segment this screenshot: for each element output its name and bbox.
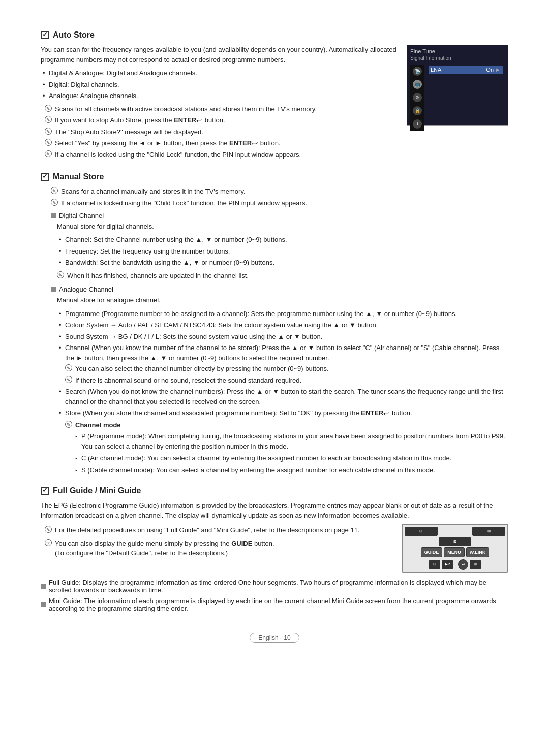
- note-icon: ✎: [65, 376, 72, 383]
- note-icon: ✎: [45, 105, 52, 112]
- list-item: Analogue: Analogue channels.: [41, 91, 396, 101]
- menu-content: LNA On ►: [426, 65, 505, 131]
- list-item: Bandwidth: Set the bandwidth using the ▲…: [57, 258, 508, 268]
- square-bullet-icon: [51, 213, 56, 218]
- menu-row-lna: LNA On ►: [429, 66, 503, 74]
- auto-store-text: You can scan for the frequency ranges av…: [41, 45, 396, 161]
- remote-btn-icon6: ⊞: [470, 560, 481, 569]
- note-icon: ✎: [65, 421, 72, 428]
- guide-text: ✎ For the detailed procedures on using "…: [41, 524, 391, 560]
- square-bullet-icon: [41, 602, 46, 607]
- arrow-icon: ►: [495, 67, 501, 73]
- channel-mode-label: Channel mode: [75, 420, 121, 430]
- full-guide-bullets: Full Guide: Displays the programme infor…: [41, 579, 508, 612]
- list-item: Programme (Programme number to be assign…: [57, 309, 508, 319]
- remote-menu-btn: MENU: [444, 547, 465, 557]
- manual-store-title: Manual Store: [41, 172, 508, 181]
- note-icon: ✎: [45, 526, 52, 533]
- manual-store-note-2: ✎ If a channel is locked using the "Chil…: [41, 198, 508, 208]
- spacer: [405, 537, 407, 546]
- auto-store-top: You can scan for the frequency ranges av…: [41, 45, 508, 161]
- digital-channel-note: ✎ When it has finished, channels are upd…: [41, 271, 508, 281]
- list-item: Colour System → Auto / PAL / SECAM / NTS…: [57, 320, 508, 330]
- sidebar-icons: 📡 📺 ⚙ 🔒 ℹ: [410, 65, 424, 131]
- list-item: Digital: Digital channels.: [41, 80, 396, 90]
- remote-btn-icon4: ⊡: [429, 560, 440, 569]
- menu-screenshot: Fine Tune Signal Information 📡 📺 ⚙ 🔒 ℹ L…: [407, 45, 508, 126]
- list-item: Sound System → BG / DK / I / L: Sets the…: [57, 332, 508, 342]
- remote-btn-icon5: ▶↵: [442, 560, 453, 569]
- auto-store-note-2: ✎ If you want to stop Auto Store, press …: [41, 115, 396, 125]
- checkbox-icon: [41, 31, 49, 39]
- square-bullet-icon: [51, 287, 56, 292]
- guide-note-text: You can also display the guide menu simp…: [55, 539, 274, 558]
- lna-value: On ►: [486, 67, 501, 73]
- full-guide-title: Full Guide / Mini Guide: [41, 486, 508, 495]
- remote-main-row: GUIDE MENU W.LINK: [405, 547, 505, 557]
- page-footer: English - 10: [41, 633, 508, 643]
- note-text: If you want to stop Auto Store, press th…: [55, 115, 225, 125]
- sidebar-icon-info: ℹ: [413, 119, 422, 129]
- manual-store-note-1: ✎ Scans for a channel manually and store…: [41, 186, 508, 197]
- auto-store-title: Auto Store: [41, 30, 508, 40]
- note-icon: ✎: [45, 150, 52, 158]
- checkbox-icon: [41, 173, 49, 181]
- note-icon: ✎: [57, 271, 64, 278]
- spacer: [439, 527, 441, 536]
- remote-control-image: ⊡ ⊞ ⊠ GUIDE MENU W.LINK ⊡ ▶↵ ↩ ⊞: [402, 524, 508, 573]
- auto-store-note-5: ✎ If a channel is locked using the "Chil…: [41, 150, 396, 160]
- menu-subtitle: Signal Information: [410, 55, 505, 62]
- square-bullet-icon: [41, 584, 46, 589]
- remote-round-btn: ↩: [458, 559, 468, 570]
- auto-store-note-1: ✎ Scans for all channels with active bro…: [41, 104, 396, 114]
- note-text: Select "Yes" by pressing the ◄ or ► butt…: [55, 138, 281, 148]
- digital-channel-desc: Manual store for digital channels.: [41, 222, 508, 232]
- sidebar-icon-channel: 📺: [413, 80, 422, 89]
- analogue-channel-heading: Analogue Channel: [41, 286, 508, 293]
- list-item: Store (When you store the channel and as…: [57, 408, 508, 475]
- channel-mode-item-p: P (Programme mode): When completing tuni…: [65, 431, 508, 451]
- sidebar-icon-settings: ⚙: [413, 93, 422, 102]
- channel-mode-item-c: C (Air channel mode): You can select a c…: [65, 453, 508, 463]
- channel-mode-note: ✎ Channel mode: [65, 420, 508, 430]
- guide-screenshot: ⊡ ⊞ ⊠ GUIDE MENU W.LINK ⊡ ▶↵ ↩ ⊞: [402, 524, 508, 573]
- list-item: Channel: Set the Channel number using th…: [57, 235, 508, 245]
- remote-top-row: ⊡ ⊞ ⊠: [405, 527, 505, 546]
- menu-sidebar: 📡 📺 ⚙ 🔒 ℹ LNA On ►: [410, 65, 505, 131]
- remote-wlink-btn: W.LINK: [466, 547, 490, 557]
- full-guide-note-2: ☞ You can also display the guide menu si…: [41, 539, 391, 558]
- checkbox-icon: [41, 487, 49, 495]
- sidebar-icon-lock: 🔒: [413, 106, 422, 115]
- full-guide-intro: The EPG (Electronic Programme Guide) inf…: [41, 500, 508, 521]
- list-item: Search (When you do not know the channel…: [57, 387, 508, 406]
- analogue-channel-desc: Manual store for analogue channel.: [41, 295, 508, 305]
- full-guide-section: Full Guide / Mini Guide The EPG (Electro…: [41, 486, 508, 612]
- list-item: Channel (When you know the number of the…: [57, 343, 508, 385]
- digital-channel-bullets: Channel: Set the Channel number using th…: [41, 235, 508, 268]
- note-icon: ✎: [45, 128, 52, 135]
- remote-guide-btn: GUIDE: [421, 547, 443, 557]
- auto-store-bullets: Digital & Analogue: Digital and Analogue…: [41, 68, 396, 101]
- list-item: Frequency: Set the frequency using the n…: [57, 246, 508, 257]
- full-guide-bullet: Full Guide: Displays the programme infor…: [41, 579, 508, 594]
- remote-btn-icon1: ⊡: [405, 527, 438, 536]
- note-icon: ✎: [65, 364, 72, 371]
- note-icon: ✎: [45, 116, 52, 123]
- remote-btn-icon2: ⊞: [472, 527, 505, 536]
- list-item: Digital & Analogue: Digital and Analogue…: [41, 68, 396, 78]
- note-icon: ✎: [51, 199, 58, 206]
- lna-label: LNA: [431, 67, 441, 73]
- auto-store-intro: You can scan for the frequency ranges av…: [41, 45, 396, 65]
- store-text: Store (When you store the channel and as…: [65, 409, 412, 417]
- page-number-badge: English - 10: [250, 633, 299, 643]
- note-icon: ✎: [51, 187, 58, 194]
- analogue-channel-bullets: Programme (Programme number to be assign…: [41, 309, 508, 476]
- remote-bottom-row: ⊡ ▶↵ ↩ ⊞: [405, 559, 505, 570]
- channel-note-2: ✎ If there is abnormal sound or no sound…: [65, 375, 508, 386]
- channel-note-1: ✎ You can also select the channel number…: [65, 364, 508, 374]
- guide-wrapper: ✎ For the detailed procedures on using "…: [41, 524, 508, 573]
- full-guide-note-1: ✎ For the detailed procedures on using "…: [41, 525, 391, 536]
- menu-title: Fine Tune: [410, 48, 505, 54]
- digital-channel-heading: Digital Channel: [41, 212, 508, 219]
- mini-guide-bullet: Mini Guide: The information of each prog…: [41, 597, 508, 612]
